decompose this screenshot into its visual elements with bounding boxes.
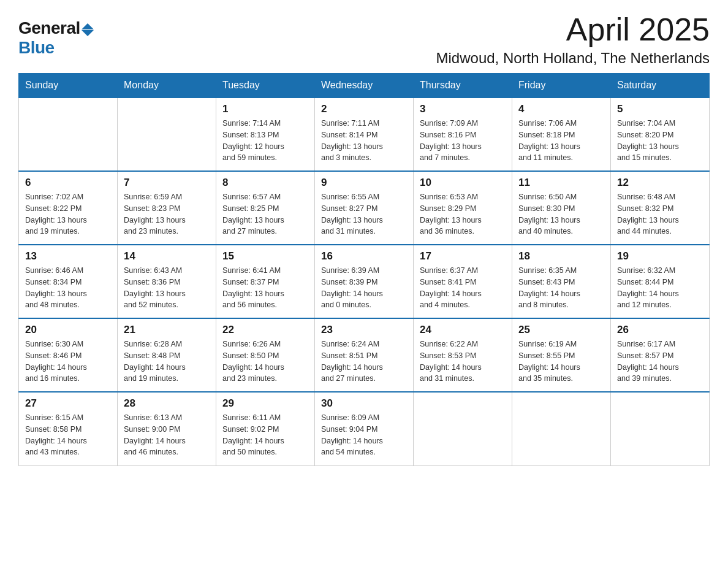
day-number: 17 xyxy=(420,250,506,262)
day-number: 2 xyxy=(321,103,407,115)
day-number: 24 xyxy=(420,324,506,336)
calendar-cell xyxy=(512,392,611,465)
day-info: Sunrise: 6:09 AM Sunset: 9:04 PM Dayligh… xyxy=(321,412,407,458)
day-number: 6 xyxy=(25,177,111,189)
day-info: Sunrise: 6:30 AM Sunset: 8:46 PM Dayligh… xyxy=(25,339,111,385)
day-info: Sunrise: 6:17 AM Sunset: 8:57 PM Dayligh… xyxy=(617,339,703,385)
day-info: Sunrise: 7:14 AM Sunset: 8:13 PM Dayligh… xyxy=(222,118,308,164)
calendar-cell: 8Sunrise: 6:57 AM Sunset: 8:25 PM Daylig… xyxy=(216,171,315,245)
day-info: Sunrise: 6:15 AM Sunset: 8:58 PM Dayligh… xyxy=(25,412,111,458)
day-info: Sunrise: 6:32 AM Sunset: 8:44 PM Dayligh… xyxy=(617,265,703,311)
weekday-header-tuesday: Tuesday xyxy=(216,74,315,98)
calendar-cell: 19Sunrise: 6:32 AM Sunset: 8:44 PM Dayli… xyxy=(611,245,710,318)
calendar-cell xyxy=(118,98,216,171)
day-info: Sunrise: 6:46 AM Sunset: 8:34 PM Dayligh… xyxy=(25,265,111,311)
calendar-cell: 12Sunrise: 6:48 AM Sunset: 8:32 PM Dayli… xyxy=(611,171,710,245)
month-title: April 2025 xyxy=(436,12,710,47)
calendar-cell: 16Sunrise: 6:39 AM Sunset: 8:39 PM Dayli… xyxy=(315,245,414,318)
calendar-cell: 18Sunrise: 6:35 AM Sunset: 8:43 PM Dayli… xyxy=(512,245,611,318)
day-number: 25 xyxy=(518,324,604,336)
calendar-cell xyxy=(414,392,512,465)
calendar-cell: 22Sunrise: 6:26 AM Sunset: 8:50 PM Dayli… xyxy=(216,318,315,392)
calendar-cell: 27Sunrise: 6:15 AM Sunset: 8:58 PM Dayli… xyxy=(19,392,118,465)
calendar-cell: 2Sunrise: 7:11 AM Sunset: 8:14 PM Daylig… xyxy=(315,98,414,171)
day-info: Sunrise: 6:24 AM Sunset: 8:51 PM Dayligh… xyxy=(321,339,407,385)
calendar-cell: 30Sunrise: 6:09 AM Sunset: 9:04 PM Dayli… xyxy=(315,392,414,465)
day-number: 7 xyxy=(124,177,210,189)
header: General Blue April 2025 Midwoud, North H… xyxy=(18,12,710,67)
day-number: 16 xyxy=(321,250,407,262)
day-info: Sunrise: 6:19 AM Sunset: 8:55 PM Dayligh… xyxy=(518,339,604,385)
day-number: 28 xyxy=(124,397,210,410)
day-number: 4 xyxy=(518,103,604,115)
calendar-cell: 1Sunrise: 7:14 AM Sunset: 8:13 PM Daylig… xyxy=(216,98,315,171)
calendar-cell: 25Sunrise: 6:19 AM Sunset: 8:55 PM Dayli… xyxy=(512,318,611,392)
calendar-cell: 24Sunrise: 6:22 AM Sunset: 8:53 PM Dayli… xyxy=(414,318,512,392)
calendar-cell: 20Sunrise: 6:30 AM Sunset: 8:46 PM Dayli… xyxy=(19,318,118,392)
day-info: Sunrise: 6:53 AM Sunset: 8:29 PM Dayligh… xyxy=(420,191,506,237)
day-info: Sunrise: 6:22 AM Sunset: 8:53 PM Dayligh… xyxy=(420,339,506,385)
day-number: 11 xyxy=(518,177,604,189)
day-number: 5 xyxy=(617,103,703,115)
day-number: 27 xyxy=(25,397,111,410)
day-info: Sunrise: 6:41 AM Sunset: 8:37 PM Dayligh… xyxy=(222,265,308,311)
calendar-cell: 4Sunrise: 7:06 AM Sunset: 8:18 PM Daylig… xyxy=(512,98,611,171)
logo-blue-text: Blue xyxy=(18,38,55,58)
calendar-cell xyxy=(611,392,710,465)
day-info: Sunrise: 7:11 AM Sunset: 8:14 PM Dayligh… xyxy=(321,118,407,164)
day-info: Sunrise: 6:48 AM Sunset: 8:32 PM Dayligh… xyxy=(617,191,703,237)
calendar-cell: 13Sunrise: 6:46 AM Sunset: 8:34 PM Dayli… xyxy=(19,245,118,318)
calendar-cell: 15Sunrise: 6:41 AM Sunset: 8:37 PM Dayli… xyxy=(216,245,315,318)
calendar-cell: 7Sunrise: 6:59 AM Sunset: 8:23 PM Daylig… xyxy=(118,171,216,245)
location-title: Midwoud, North Holland, The Netherlands xyxy=(436,50,710,67)
day-info: Sunrise: 6:37 AM Sunset: 8:41 PM Dayligh… xyxy=(420,265,506,311)
calendar-cell: 5Sunrise: 7:04 AM Sunset: 8:20 PM Daylig… xyxy=(611,98,710,171)
calendar-week-row: 20Sunrise: 6:30 AM Sunset: 8:46 PM Dayli… xyxy=(19,318,710,392)
day-number: 23 xyxy=(321,324,407,336)
weekday-header-monday: Monday xyxy=(118,74,216,98)
title-area: April 2025 Midwoud, North Holland, The N… xyxy=(436,12,710,67)
day-info: Sunrise: 6:39 AM Sunset: 8:39 PM Dayligh… xyxy=(321,265,407,311)
calendar-cell: 29Sunrise: 6:11 AM Sunset: 9:02 PM Dayli… xyxy=(216,392,315,465)
calendar-cell: 11Sunrise: 6:50 AM Sunset: 8:30 PM Dayli… xyxy=(512,171,611,245)
weekday-header-saturday: Saturday xyxy=(611,74,710,98)
calendar-cell: 14Sunrise: 6:43 AM Sunset: 8:36 PM Dayli… xyxy=(118,245,216,318)
calendar-cell: 21Sunrise: 6:28 AM Sunset: 8:48 PM Dayli… xyxy=(118,318,216,392)
day-info: Sunrise: 6:35 AM Sunset: 8:43 PM Dayligh… xyxy=(518,265,604,311)
day-number: 19 xyxy=(617,250,703,262)
calendar-cell: 17Sunrise: 6:37 AM Sunset: 8:41 PM Dayli… xyxy=(414,245,512,318)
calendar-week-row: 13Sunrise: 6:46 AM Sunset: 8:34 PM Dayli… xyxy=(19,245,710,318)
logo: General Blue xyxy=(18,18,95,58)
day-number: 26 xyxy=(617,324,703,336)
logo-general-text: General xyxy=(18,18,80,38)
day-number: 20 xyxy=(25,324,111,336)
day-number: 22 xyxy=(222,324,308,336)
day-number: 13 xyxy=(25,250,111,262)
calendar-week-row: 1Sunrise: 7:14 AM Sunset: 8:13 PM Daylig… xyxy=(19,98,710,171)
calendar-cell: 26Sunrise: 6:17 AM Sunset: 8:57 PM Dayli… xyxy=(611,318,710,392)
day-number: 1 xyxy=(222,103,308,115)
day-info: Sunrise: 7:06 AM Sunset: 8:18 PM Dayligh… xyxy=(518,118,604,164)
calendar-cell: 10Sunrise: 6:53 AM Sunset: 8:29 PM Dayli… xyxy=(414,171,512,245)
calendar-week-row: 27Sunrise: 6:15 AM Sunset: 8:58 PM Dayli… xyxy=(19,392,710,465)
calendar-table: SundayMondayTuesdayWednesdayThursdayFrid… xyxy=(18,73,710,466)
calendar-cell: 23Sunrise: 6:24 AM Sunset: 8:51 PM Dayli… xyxy=(315,318,414,392)
day-info: Sunrise: 6:55 AM Sunset: 8:27 PM Dayligh… xyxy=(321,191,407,237)
day-number: 9 xyxy=(321,177,407,189)
day-info: Sunrise: 6:26 AM Sunset: 8:50 PM Dayligh… xyxy=(222,339,308,385)
calendar-cell xyxy=(19,98,118,171)
day-info: Sunrise: 6:28 AM Sunset: 8:48 PM Dayligh… xyxy=(124,339,210,385)
day-info: Sunrise: 7:04 AM Sunset: 8:20 PM Dayligh… xyxy=(617,118,703,164)
calendar-cell: 6Sunrise: 7:02 AM Sunset: 8:22 PM Daylig… xyxy=(19,171,118,245)
weekday-header-thursday: Thursday xyxy=(414,74,512,98)
day-number: 10 xyxy=(420,177,506,189)
weekday-header-wednesday: Wednesday xyxy=(315,74,414,98)
day-info: Sunrise: 6:50 AM Sunset: 8:30 PM Dayligh… xyxy=(518,191,604,237)
day-number: 18 xyxy=(518,250,604,262)
day-info: Sunrise: 6:13 AM Sunset: 9:00 PM Dayligh… xyxy=(124,412,210,458)
calendar-week-row: 6Sunrise: 7:02 AM Sunset: 8:22 PM Daylig… xyxy=(19,171,710,245)
calendar-cell: 28Sunrise: 6:13 AM Sunset: 9:00 PM Dayli… xyxy=(118,392,216,465)
calendar-cell: 3Sunrise: 7:09 AM Sunset: 8:16 PM Daylig… xyxy=(414,98,512,171)
day-number: 15 xyxy=(222,250,308,262)
day-info: Sunrise: 7:09 AM Sunset: 8:16 PM Dayligh… xyxy=(420,118,506,164)
